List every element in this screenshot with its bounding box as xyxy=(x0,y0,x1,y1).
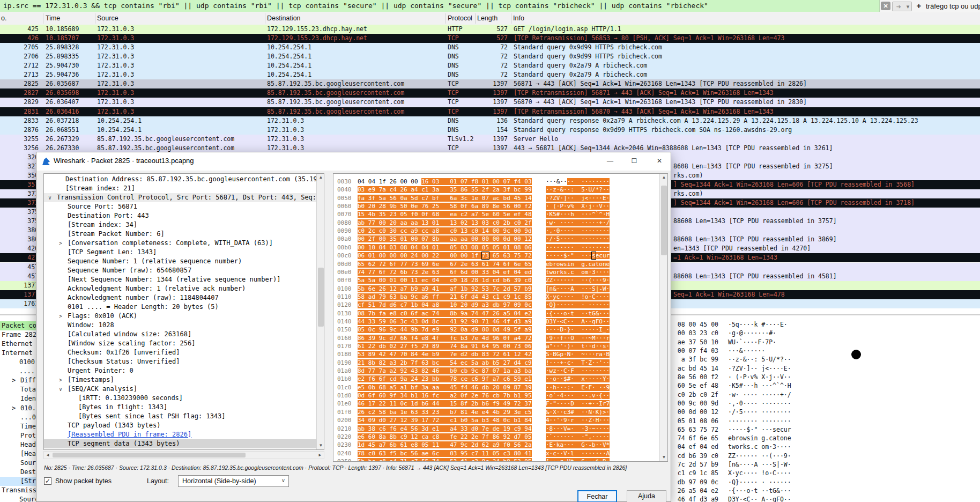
tree-row[interactable]: [Stream index: 21] xyxy=(44,184,324,193)
minimize-icon[interactable]: — xyxy=(599,152,621,169)
hex-row[interactable]: 02301d 45 a7 6b 61 e8 05 11 47 9c 2d 62 … xyxy=(333,441,668,449)
apply-filter-icon[interactable]: ➜ xyxy=(892,2,905,11)
display-filter-expression[interactable]: ip.src == 172.31.0.3 && tcp contains "rb… xyxy=(3,2,708,10)
hex-row[interactable]: 019021 8b 82 a3 2b 7f 63 bc 54 ec 5a ab … xyxy=(333,359,668,367)
column-separator[interactable] xyxy=(446,13,446,24)
hex-row[interactable]: 00b000 10 04 03 08 04 04 01 05 03 08 05 … xyxy=(333,243,668,252)
packet-row[interactable]: 282726.035698172.31.0.385.87.192.35.bc.g… xyxy=(0,88,980,98)
hex-row[interactable]: 0210ab 38 c6 f6 e4 56 3d e1 a4 33 d0 7e … xyxy=(333,425,668,433)
hex-row[interactable]: 0120cf 51 7d d6 c7 1b 04 a8 10 20 d9 a3 … xyxy=(333,301,668,309)
hex-row[interactable]: 004003 e9 7a c4 26 a4 c1 3a 35 86 55 2f … xyxy=(333,186,668,194)
hex-row[interactable]: 00c006 01 00 00 00 24 00 22 00 00 1f 73 … xyxy=(333,252,668,260)
hex-row[interactable]: 01e046 17 22 11 0c 1d b6 44 15 8f 2b b6 … xyxy=(333,400,668,408)
hex-row[interactable]: 014044 33 59 06 3c 43 0d 8c 41 92 90 71 … xyxy=(333,318,668,326)
column-separator[interactable] xyxy=(43,13,43,24)
hex-row[interactable]: 016086 39 9c d7 66 f4 e8 4f fc b3 7e 4d … xyxy=(333,334,668,342)
hex-row[interactable]: 01a08d 77 7a a2 92 43 82 46 b0 cb 9c 87 … xyxy=(333,367,668,375)
detail-horizontal-scrollbar[interactable]: ◄ ► xyxy=(43,451,324,459)
column-header-length[interactable]: Length xyxy=(477,14,498,22)
packet-row[interactable]: 283326.03721810.254.254.1172.31.0.3DNS13… xyxy=(0,116,980,126)
hex-row[interactable]: 0080ab 77 00 20 aa aa 13 01 13 02 13 03 … xyxy=(333,219,668,227)
hex-row[interactable]: 011058 ad 79 63 ba 9c a6 ff 21 6f d4 43 … xyxy=(333,293,668,301)
tree-row[interactable]: [iRTT: 0.130239000 seconds] xyxy=(44,394,324,403)
tree-row[interactable]: Destination Port: 443 xyxy=(44,211,324,220)
tree-row[interactable]: Acknowledgment Number: 1 (relative ack n… xyxy=(44,284,324,293)
column-header-destination[interactable]: Destination xyxy=(267,14,301,22)
column-header-no[interactable]: o. xyxy=(1,14,6,22)
add-filter-button-icon[interactable]: + xyxy=(915,2,923,10)
tree-row[interactable]: Sequence Number: 1 (relative sequence nu… xyxy=(44,257,324,266)
column-header-time[interactable]: Time xyxy=(46,14,60,22)
hex-row[interactable]: 01c0e5 0b 68 a5 a1 bf 3a aa 45 f4 46 db … xyxy=(333,383,668,392)
tree-row[interactable]: Sequence Number (raw): 654680857 xyxy=(44,266,324,275)
detail-scrollbar[interactable]: ▲ ▼ xyxy=(316,174,324,449)
packet-row[interactable]: 287626.06855110.254.254.1172.31.0.3DNS15… xyxy=(0,126,980,135)
tree-row[interactable]: [Next Sequence Number: 1344 (relative se… xyxy=(44,275,324,284)
close-icon[interactable]: ✕ xyxy=(649,152,670,169)
tree-row[interactable]: Checksum: 0x1f26 [unverified] xyxy=(44,348,324,357)
filter-dropdown-icon[interactable]: ▾ xyxy=(904,2,912,11)
hex-row[interactable]: 01d00d 6f 60 9f 34 b1 16 fc a2 0f 2e 76 … xyxy=(333,392,668,400)
tree-row[interactable]: TCP payload (1343 bytes) xyxy=(44,421,324,430)
packet-row[interactable]: 282526.035687172.31.0.385.87.192.35.bc.g… xyxy=(0,79,980,88)
column-separator[interactable] xyxy=(265,13,265,24)
clear-filter-icon[interactable]: ✕ xyxy=(881,2,890,10)
tree-row[interactable]: [Stream Packet Number: 6] xyxy=(44,230,324,239)
tree-row[interactable]: Acknowledgment number (raw): 1184804407 xyxy=(44,293,324,302)
hex-row[interactable]: 02505b bc c8 e4 71 c7 55 74 53 f1 c3 9c … xyxy=(333,457,668,462)
tree-row[interactable]: [Bytes in flight: 1343] xyxy=(44,403,324,412)
tree-row[interactable]: ∨Transmission Control Protocol, Src Port… xyxy=(44,193,324,202)
tree-row[interactable]: [Checksum Status: Unverified] xyxy=(44,357,324,366)
dialog-titlebar[interactable]: Wireshark · Packet 2825 · traceout13.pca… xyxy=(36,152,671,171)
tree-row[interactable]: ∨[SEQ/ACK analysis] xyxy=(44,385,324,394)
packet-row[interactable]: 271225.904730172.31.0.310.254.254.1DNS72… xyxy=(0,61,980,70)
tree-row[interactable]: >[Conversation completeness: Complete, W… xyxy=(44,239,324,248)
hex-row[interactable]: 00a000 2f 00 35 01 00 07 8b aa aa 00 00 … xyxy=(333,235,668,243)
hex-row[interactable]: 007015 4b 35 23 05 f0 0f 68 ea c2 a7 5e … xyxy=(333,210,668,218)
hex-row[interactable]: 015005 0c 96 9c 44 9b 7d e9 92 0a d9 00 … xyxy=(333,326,668,334)
hex-row[interactable]: 020034 09 d0 27 12 39 17 72 c1 b0 5a b3 … xyxy=(333,416,668,424)
column-header-protocol[interactable]: Protocol xyxy=(448,14,472,22)
tree-row[interactable]: [Stream index: 34] xyxy=(44,220,324,230)
bytes-scrollbar[interactable]: ▲ ▼ xyxy=(659,174,668,461)
tree-row[interactable]: TCP segment data (1343 bytes) xyxy=(44,439,324,448)
column-separator[interactable] xyxy=(95,13,95,24)
hex-row[interactable]: 0220e6 60 8a 8b c9 12 ca c8 fe 22 2e 7f … xyxy=(333,433,668,441)
tree-row[interactable]: Urgent Pointer: 0 xyxy=(44,366,324,375)
hex-row[interactable]: 0060b0 20 28 9b 50 0e 76 25 58 0f 6a 89 … xyxy=(333,202,668,210)
hex-row[interactable]: 00e074 77 6f 72 6b 73 2e 63 6f 6d 00 33 … xyxy=(333,268,668,276)
hex-row[interactable]: 01b0e2 f6 6f cd 9a 24 23 bb 78 ce c6 9f … xyxy=(333,375,668,383)
hex-row[interactable]: 01005b 6e 26 12 a7 b9 a9 41 af 1b 92 53 … xyxy=(333,285,668,293)
packet-row[interactable]: 271325.904736172.31.0.310.254.254.1DNS72… xyxy=(0,70,980,79)
hex-row[interactable]: 01f026 c2 58 ba 1e 63 33 23 b7 81 4e e4 … xyxy=(333,408,668,416)
column-separator[interactable] xyxy=(475,13,476,24)
display-filter-input[interactable]: ip.src == 172.31.0.3 && tcp contains "rb… xyxy=(0,0,880,12)
help-button[interactable]: Ajuda xyxy=(627,490,666,502)
tree-row[interactable]: [TCP Segment Len: 1343] xyxy=(44,248,324,257)
hex-row[interactable]: 00d065 62 72 6f 77 73 69 6e 67 2e 63 61 … xyxy=(333,260,668,268)
packet-row[interactable]: 42610.185707172.31.0.3172.129.155.23.dhc… xyxy=(0,34,980,43)
tree-row[interactable]: Destination Address: 85.87.192.35.bc.goo… xyxy=(44,175,324,184)
packet-row[interactable]: 270625.898335172.31.0.310.254.254.1DNS72… xyxy=(0,52,980,61)
close-dialog-button[interactable]: Fechar xyxy=(577,490,617,502)
packet-row[interactable]: 270525.898328172.31.0.310.254.254.1DNS72… xyxy=(0,43,980,52)
tree-row[interactable]: [Calculated window size: 263168] xyxy=(44,330,324,339)
hex-row[interactable]: 00f05a 5a 00 01 00 11 ec 04 c0 18 28 1d … xyxy=(333,276,668,284)
hex-row[interactable]: 003004 04 1f 26 00 00 16 03 01 07 f8 01 … xyxy=(333,178,668,186)
column-header-source[interactable]: Source xyxy=(97,14,118,22)
hex-row[interactable]: 018053 89 42 47 70 84 4e b9 7e d2 db 83 … xyxy=(333,350,668,358)
hex-row[interactable]: 013008 7b fa e8 c0 6f ac 74 8b 9a 74 47 … xyxy=(333,309,668,318)
column-separator[interactable] xyxy=(511,13,511,24)
tree-row[interactable]: Window: 1028 xyxy=(44,321,324,330)
tree-row[interactable]: [Bytes sent since last PSH flag: 1343] xyxy=(44,412,324,421)
hex-row[interactable]: 024078 c0 63 f5 bc 56 ae 6c 03 95 c7 11 … xyxy=(333,449,668,457)
tree-row[interactable]: [Window size scaling factor: 256] xyxy=(44,339,324,348)
tree-row[interactable]: 0101 .... = Header Length: 20 bytes (5) xyxy=(44,302,324,312)
layout-select[interactable]: Horizontal (Side-by-side) ∨ xyxy=(178,475,289,487)
tree-row[interactable]: Source Port: 56871 xyxy=(44,202,324,211)
packet-row[interactable]: 282926.036407172.31.0.385.87.192.35.bc.g… xyxy=(0,98,980,107)
filter-preset-label[interactable]: tráfego tcp ou udp xyxy=(926,2,980,10)
tree-row[interactable]: [Reassembled PDU in frame: 2826] xyxy=(44,430,324,439)
packet-row[interactable]: 42510.185689172.31.0.3172.129.155.23.dhc… xyxy=(0,25,980,34)
hex-row[interactable]: 017061 22 db 02 27 f5 29 89 74 8a 91 64 … xyxy=(333,342,668,350)
